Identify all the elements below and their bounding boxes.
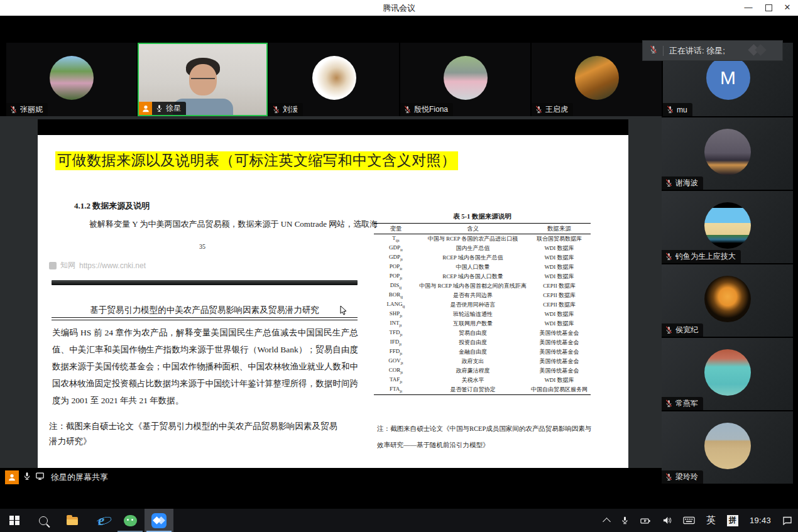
cell-variable: FTAjt [374,386,418,394]
tray-mic-icon[interactable] [615,509,635,532]
screen-share-bar: 徐星的屏幕共享 [0,468,662,509]
tray-clock[interactable]: 19:43 [744,509,777,532]
thesis-double-rule [52,317,358,320]
participant-tile[interactable]: 张丽妮 [6,43,136,116]
share-mic-icon [23,472,31,483]
cell-source: WDI 数据库 [528,263,591,271]
internet-explorer-button[interactable]: e [87,509,116,532]
participant-name: 张丽妮 [20,104,43,115]
table-row: POPjt RCEP 域内各国人口数量 WDI 数据库 [374,272,591,281]
maximize-button[interactable] [759,0,778,16]
participant-avatar [704,276,751,322]
cnki-logo-icon [49,262,57,269]
participant-tile[interactable]: 侯宽纪 [662,264,793,337]
cell-variable: IFDjt [374,339,418,347]
participant-tile[interactable]: 梁玲玲 [662,411,793,484]
tray-ime-indicator[interactable]: 拼 [721,509,744,532]
header-meaning: 含义 [418,225,528,233]
table-row: TFDjt 贸易自由度 美国传统基金会 [374,328,591,338]
shared-screen-stage: 可做数据来源以及说明表（可标注英文缩写和中文含义对照） 4.1.2 数据来源及说… [0,116,662,468]
window-title: 腾讯会议 [0,0,798,16]
cell-source: 美国传统基金会 [528,348,591,356]
cell-meaning: 投资自由度 [418,339,528,347]
participant-tile[interactable]: 刘湲 [269,43,399,116]
participant-tile[interactable]: 王启虎 [532,43,662,116]
avatar-letter [312,56,356,100]
close-button[interactable]: ✕ [778,0,797,16]
cell-source: WDI 数据库 [528,273,591,281]
search-icon [39,516,48,525]
participant-avatar [444,56,488,100]
participant-tile[interactable]: 谢海波 [662,117,793,190]
shared-screen-top-strip [38,119,628,135]
cell-meaning: RCEP 域内各国人口数量 [418,273,528,281]
table-row: LANGij 是否使用同种语言 CEPII 数据库 [374,300,591,310]
banner-mic-muted-icon [649,45,658,57]
participant-tile[interactable]: 徐星 [138,43,268,116]
participant-nametag: 王启虎 [532,103,573,116]
tray-keyboard-icon[interactable] [677,509,701,532]
cell-variable: BORij [374,291,418,300]
participant-tile[interactable]: 常燕军 [662,338,793,410]
participant-avatar [312,56,356,100]
participant-nametag: 梁玲玲 [662,470,703,484]
minimize-button[interactable]: — [739,0,758,16]
cell-source: WDI 数据库 [528,376,591,384]
participant-avatar [704,129,751,175]
table-body: Tijt 中国与 RCEP 各国的农产品进出口额 联合国贸易数据库 GDPit … [374,234,591,395]
notification-center-icon[interactable] [777,509,798,532]
cnki-url: https://www.cnki.net [79,261,146,270]
participant-avatar [575,56,619,100]
wechat-button[interactable] [116,509,145,532]
mic-muted-icon [9,106,18,114]
table-row: INTjt 互联网用户数量 WDI 数据库 [374,319,591,328]
tray-volume-icon[interactable] [657,509,677,532]
cell-variable: SHPjt [374,310,418,318]
participant-tile[interactable]: 钓鱼为生上应技大 [662,191,793,263]
start-button[interactable] [0,509,29,532]
document-page: 可做数据来源以及说明表（可标注英文缩写和中文含义对照） 4.1.2 数据来源及说… [38,135,628,468]
cell-meaning: 是否签订自贸协定 [418,386,528,394]
cell-source: WDI 数据库 [528,320,591,328]
participant-nametag: 侯宽纪 [662,323,703,337]
mouse-cursor [340,305,347,316]
cell-variable: DISij [374,282,418,290]
speaking-banner: 正在讲话: 徐星; [643,41,782,60]
search-button[interactable] [29,509,58,532]
note-right: 注：截图来自硕士论文《中国与RCEP成员国家间的农产品贸易影响因素与效率研究——… [377,421,596,453]
avatar-letter [704,129,751,175]
mic-muted-icon [665,326,673,334]
cell-variable: POPit [374,263,418,271]
presenter-icon [139,102,152,115]
paragraph-2: 关编码 HS 前 24 章作为农产品，解释变量美国国民生产总值减去中国国民生产总… [52,324,358,409]
avatar-letter [444,56,488,100]
participant-nametag: 殷悦Fiona [400,103,453,116]
participant-nametag: 钓鱼为生上应技大 [662,250,741,263]
participant-name: 殷悦Fiona [414,104,448,115]
participant-name: 侯宽纪 [675,325,698,335]
cell-variable: TFDjt [374,329,418,337]
cell-source: CEPII 数据库 [528,282,591,290]
tencent-meeting-button[interactable] [145,509,173,532]
mic-muted-icon [665,473,673,481]
tray-lang-indicator[interactable]: 英 [701,509,721,532]
video-person-glasses [191,78,215,85]
cell-meaning: 国内生产总值 [418,244,528,252]
file-explorer-button[interactable] [58,509,87,532]
wechat-icon [124,515,137,526]
participant-tile[interactable]: 殷悦Fiona [400,43,530,116]
folder-icon [67,517,78,525]
participant-nametag: 徐星 [139,102,186,115]
header-variable: 变量 [374,225,418,233]
cell-source: 中国自由贸易区服务网 [528,386,591,394]
section-heading: 4.1.2 数据来源及说明 [74,200,150,212]
header-source: 数据来源 [528,225,591,233]
tray-battery-icon[interactable] [635,509,657,532]
table-row: Tijt 中国与 RCEP 各国的农产品进出口额 联合国贸易数据库 [374,234,591,244]
table-row: GDPjt RCEP 域内各国生产总值 WDI 数据库 [374,253,591,263]
data-table: 变量 含义 数据来源 Tijt 中国与 RCEP 各国的农产品进出口额 联合国贸… [374,223,591,395]
cell-variable: Tijt [374,235,418,243]
participant-name: 徐星 [166,103,181,114]
maximize-icon [765,4,772,11]
tray-expand-icon[interactable] [598,509,615,532]
